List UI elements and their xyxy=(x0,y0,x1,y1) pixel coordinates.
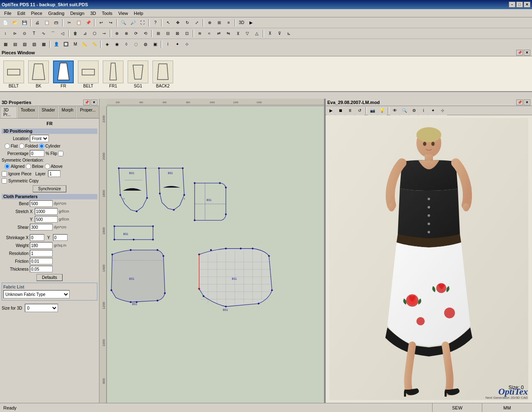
tb3-19[interactable]: ⊹ xyxy=(182,40,191,49)
redo-button[interactable]: ↪ xyxy=(106,18,115,27)
props-close-button[interactable]: ✕ xyxy=(91,99,97,105)
scale-button[interactable]: ⤢ xyxy=(192,18,201,27)
view-tb-2[interactable]: ⏹ xyxy=(336,106,345,115)
menu-edit[interactable]: Edit xyxy=(15,10,28,16)
tb3-15[interactable]: ◍ xyxy=(141,40,150,49)
tb2-15[interactable]: ⟲ xyxy=(141,29,150,38)
tab-morph[interactable]: Morph xyxy=(59,107,76,118)
view-tb-5[interactable]: 📷 xyxy=(368,106,377,115)
pieces-close-button[interactable]: ✕ xyxy=(524,50,530,56)
resolution-input[interactable] xyxy=(30,250,53,257)
menu-design[interactable]: Design xyxy=(68,10,87,16)
tb2-3[interactable]: ⊙ xyxy=(20,29,29,38)
shear-input[interactable] xyxy=(30,224,53,230)
tb2-4[interactable]: T xyxy=(29,29,39,38)
weight-input[interactable] xyxy=(30,242,53,249)
menu-tools[interactable]: Tools xyxy=(99,10,115,16)
zoom-out-button[interactable]: 🔎 xyxy=(128,18,138,27)
snap-button[interactable]: ⊕ xyxy=(205,18,214,27)
tb3-4[interactable]: ▨ xyxy=(29,40,39,49)
tb3-17[interactable]: i xyxy=(163,40,172,49)
percentage-input[interactable] xyxy=(30,150,44,157)
tb2-10[interactable]: ⬡ xyxy=(90,29,99,38)
tb2-5[interactable]: ∿ xyxy=(39,29,48,38)
tb2-17[interactable]: ⊟ xyxy=(163,29,172,38)
view-tb-10[interactable]: i xyxy=(419,106,428,115)
below-radio[interactable] xyxy=(26,164,31,169)
new-button[interactable]: 📄 xyxy=(1,18,10,27)
size-3d-select[interactable]: 0 xyxy=(25,304,58,312)
tb3-6[interactable]: 👤 xyxy=(52,40,61,49)
tb2-12[interactable]: ⊕ xyxy=(112,29,121,38)
ignore-piece-checkbox[interactable] xyxy=(2,171,7,177)
tb3-13[interactable]: ◊ xyxy=(122,40,131,49)
flip-checkbox[interactable] xyxy=(58,151,63,156)
tb2-19[interactable]: ⊡ xyxy=(182,29,191,38)
tb2-8[interactable]: 🗑 xyxy=(71,29,80,38)
flat-radio[interactable] xyxy=(5,143,10,149)
shrinkage-y-input[interactable] xyxy=(53,234,68,241)
shrinkage-x-input[interactable] xyxy=(30,234,44,241)
tb2-14[interactable]: ⟳ xyxy=(131,29,140,38)
tb2-2[interactable]: ⊳ xyxy=(10,29,19,38)
view-tb-3[interactable]: ⏸ xyxy=(346,106,355,115)
tb2-25[interactable]: ▽ xyxy=(243,29,252,38)
align-button[interactable]: ≡ xyxy=(224,18,233,27)
view-tb-12[interactable]: ⊹ xyxy=(438,106,447,115)
tb2-9[interactable]: ⊿ xyxy=(80,29,89,38)
print-button[interactable]: 🖨 xyxy=(33,18,42,27)
view-tb-6[interactable]: 💡 xyxy=(377,106,387,115)
menu-view[interactable]: View xyxy=(116,10,131,16)
print2-button[interactable]: 📋 xyxy=(42,18,51,27)
cylinder-radio[interactable] xyxy=(39,143,44,149)
tb3-12[interactable]: ◉ xyxy=(112,40,121,49)
tb3-10[interactable]: 📏 xyxy=(90,40,99,49)
piece-belt1[interactable]: BELT xyxy=(2,61,26,88)
location-select[interactable]: FrontBackLeftRight xyxy=(30,135,49,142)
tb2-21[interactable]: ≈ xyxy=(205,29,214,38)
rotate-button[interactable]: ↻ xyxy=(183,18,192,27)
piece-fr[interactable]: FR xyxy=(51,61,75,88)
move-button[interactable]: ✥ xyxy=(173,18,182,27)
view-tb-8[interactable]: 🔍 xyxy=(400,106,409,115)
view-tb-4[interactable]: ↺ xyxy=(355,106,364,115)
tb3-18[interactable]: ✦ xyxy=(173,40,182,49)
piece-sg1[interactable]: SG1 xyxy=(126,61,150,88)
aligned-radio[interactable] xyxy=(5,164,10,169)
tb2-16[interactable]: ⊞ xyxy=(154,29,163,38)
tb2-29[interactable]: ⊾ xyxy=(284,29,293,38)
fabric-dropdown[interactable]: Unknown Fabric Type xyxy=(3,290,70,298)
minimize-button[interactable]: − xyxy=(509,2,515,7)
tab-3dpr[interactable]: 3D Pr... xyxy=(0,107,17,118)
tb3-1[interactable]: ▦ xyxy=(1,40,10,49)
piece-fr1[interactable]: FR1 xyxy=(101,61,125,88)
tab-toolbox[interactable]: Toolbox xyxy=(18,107,38,118)
tb3-7[interactable]: 🔲 xyxy=(61,40,70,49)
copy-button[interactable]: 📋 xyxy=(74,18,83,27)
help-button[interactable]: ? xyxy=(151,18,160,27)
menu-piece[interactable]: Piece xyxy=(29,10,45,16)
pieces-pin-button[interactable]: 📌 xyxy=(516,50,523,56)
grid-button[interactable]: ⊞ xyxy=(215,18,224,27)
paste-button[interactable]: 📌 xyxy=(84,18,93,27)
layer-input[interactable] xyxy=(48,170,60,177)
tb3-16[interactable]: ▣ xyxy=(150,40,160,49)
piece-back2[interactable]: BACK2 xyxy=(151,61,175,88)
close-button[interactable]: ✕ xyxy=(524,2,530,7)
above-radio[interactable] xyxy=(45,164,50,169)
tab-shader[interactable]: Shader xyxy=(39,107,58,118)
print3-button[interactable]: 🗃 xyxy=(52,18,61,27)
tb2-20[interactable]: ≋ xyxy=(195,29,204,38)
tb3-3[interactable]: ▧ xyxy=(20,40,29,49)
tb3-8[interactable]: M xyxy=(71,40,80,49)
open-button[interactable]: 📂 xyxy=(10,18,19,27)
undo-button[interactable]: ↩ xyxy=(97,18,106,27)
sim-button[interactable]: ▶ xyxy=(247,18,256,27)
tb2-24[interactable]: ⊻ xyxy=(233,29,242,38)
tb2-23[interactable]: ⇋ xyxy=(224,29,233,38)
tb2-26[interactable]: △ xyxy=(252,29,261,38)
cut-button[interactable]: ✂ xyxy=(65,18,74,27)
tb2-28[interactable]: ⊽ xyxy=(275,29,284,38)
menu-3d[interactable]: 3D xyxy=(88,10,99,16)
pattern-drawing[interactable]: BS1 a BS1 a xyxy=(107,106,324,403)
